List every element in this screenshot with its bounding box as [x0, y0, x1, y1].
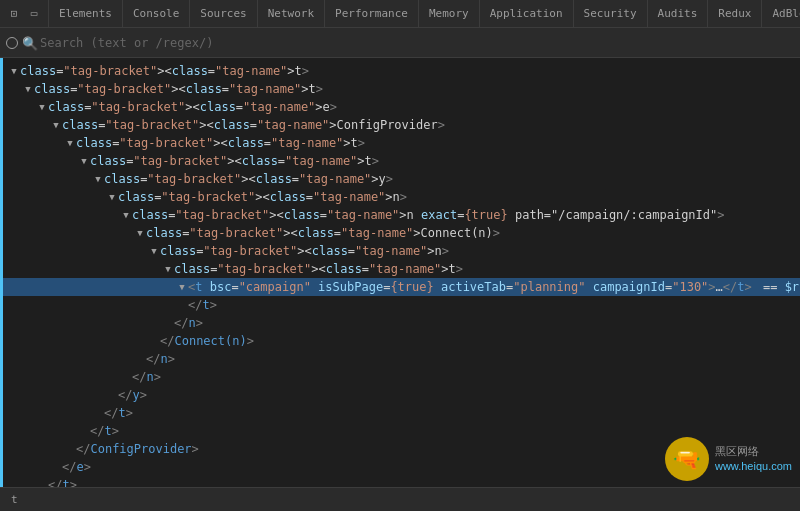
tree-triangle[interactable] — [8, 66, 20, 76]
tree-node-content: </t> — [48, 478, 77, 487]
tab-application[interactable]: Application — [480, 0, 574, 27]
watermark: 🔫 黑区网络 www.heiqu.com — [665, 437, 792, 481]
tab-redux[interactable]: Redux — [708, 0, 762, 27]
tree-container: class="tag-bracket"><class="tag-name">t>… — [0, 62, 800, 487]
tree-node-content: class="tag-bracket"><class="tag-name">Co… — [62, 118, 445, 132]
element-indicator — [6, 37, 18, 49]
tree-triangle[interactable] — [148, 246, 160, 256]
tree-node-content: </n> — [132, 370, 161, 384]
tree-node-content: class="tag-bracket"><class="tag-name">t> — [90, 154, 379, 168]
watermark-logo: 🔫 — [665, 437, 709, 481]
tree-triangle[interactable] — [176, 282, 188, 292]
tree-node-content: class="tag-bracket"><class="tag-name">n> — [160, 244, 449, 258]
watermark-brand: 黑区网络 — [715, 444, 792, 459]
tab-audits[interactable]: Audits — [648, 0, 709, 27]
tree-node-content: </ConfigProvider> — [76, 442, 199, 456]
tab-adblock[interactable]: AdBlock — [762, 0, 800, 27]
search-bar: 🔍 — [0, 28, 800, 58]
tree-node-content: <t bsc="campaign" isSubPage={true} activ… — [188, 280, 799, 294]
tree-row[interactable]: class="tag-bracket"><class="tag-name">n … — [0, 206, 800, 224]
tree-node-content: class="tag-bracket"><class="tag-name">t> — [20, 64, 309, 78]
tree-node-content: class="tag-bracket"><class="tag-name">t> — [34, 82, 323, 96]
tree-triangle[interactable] — [134, 228, 146, 238]
cursor-icon[interactable]: ⊡ — [6, 6, 22, 22]
tree-row[interactable]: <t bsc="campaign" isSubPage={true} activ… — [0, 278, 800, 296]
tree-node-content: </e> — [62, 460, 91, 474]
tree-row[interactable]: class="tag-bracket"><class="tag-name">t> — [0, 152, 800, 170]
tab-network[interactable]: Network — [258, 0, 325, 27]
breadcrumb-container: t t e ConfigProvider t t y n Connect(n) … — [6, 487, 109, 511]
tree-triangle[interactable] — [36, 102, 48, 112]
tree-row[interactable]: </t> — [0, 296, 800, 314]
tab-performance[interactable]: Performance — [325, 0, 419, 27]
tab-memory[interactable]: Memory — [419, 0, 480, 27]
tree-row[interactable]: class="tag-bracket"><class="tag-name">n> — [0, 188, 800, 206]
tree-row[interactable]: </t> — [0, 404, 800, 422]
breadcrumb-bar: t t e ConfigProvider t t y n Connect(n) … — [0, 487, 800, 511]
watermark-url: www.heiqu.com — [715, 459, 792, 474]
tree-node-content: class="tag-bracket"><class="tag-name">Co… — [146, 226, 500, 240]
tree-row[interactable]: </Connect(n)> — [0, 332, 800, 350]
devtools-icons: ⊡ ▭ — [0, 0, 49, 27]
tree-row[interactable]: class="tag-bracket"><class="tag-name">e> — [0, 98, 800, 116]
tree-row[interactable]: class="tag-bracket"><class="tag-name">Co… — [0, 116, 800, 134]
tree-row[interactable]: </y> — [0, 386, 800, 404]
tree-node-content: </t> — [90, 424, 119, 438]
tree-triangle[interactable] — [120, 210, 132, 220]
tree-row[interactable]: class="tag-bracket"><class="tag-name">t> — [0, 80, 800, 98]
tab-elements[interactable]: Elements — [49, 0, 123, 27]
tree-row[interactable]: class="tag-bracket"><class="tag-name">n> — [0, 242, 800, 260]
tree-node-content: class="tag-bracket"><class="tag-name">t> — [76, 136, 365, 150]
tree-row[interactable]: class="tag-bracket"><class="tag-name">y> — [0, 170, 800, 188]
tree-triangle[interactable] — [64, 138, 76, 148]
tree-node-content: </t> — [188, 298, 217, 312]
tab-console[interactable]: Console — [123, 0, 190, 27]
tree-node-content: class="tag-bracket"><class="tag-name">n … — [132, 208, 725, 222]
tree-triangle[interactable] — [92, 174, 104, 184]
breadcrumb-item[interactable]: t — [6, 491, 109, 508]
tree-row[interactable]: </n> — [0, 368, 800, 386]
tree-node-content: class="tag-bracket"><class="tag-name">y> — [104, 172, 393, 186]
component-tree: class="tag-bracket"><class="tag-name">t>… — [0, 58, 800, 487]
tab-security[interactable]: Security — [574, 0, 648, 27]
tree-triangle[interactable] — [106, 192, 118, 202]
tree-node-content: </n> — [174, 316, 203, 330]
tab-bar: ⊡ ▭ ElementsConsoleSourcesNetworkPerform… — [0, 0, 800, 28]
tree-node-content: </n> — [146, 352, 175, 366]
tree-node-content: class="tag-bracket"><class="tag-name">n> — [118, 190, 407, 204]
tree-row[interactable]: class="tag-bracket"><class="tag-name">t> — [0, 134, 800, 152]
tree-node-content: class="tag-bracket"><class="tag-name">e> — [48, 100, 337, 114]
tree-triangle[interactable] — [78, 156, 90, 166]
tree-triangle[interactable] — [50, 120, 62, 130]
tree-row[interactable]: class="tag-bracket"><class="tag-name">t> — [0, 260, 800, 278]
tree-triangle[interactable] — [162, 264, 174, 274]
breadcrumb-separator — [6, 487, 8, 490]
tree-node-content: </t> — [104, 406, 133, 420]
search-input[interactable] — [40, 36, 794, 50]
tree-node-content: class="tag-bracket"><class="tag-name">t> — [174, 262, 463, 276]
watermark-text-block: 黑区网络 www.heiqu.com — [715, 444, 792, 475]
tree-row[interactable]: class="tag-bracket"><class="tag-name">t> — [0, 62, 800, 80]
tree-row[interactable]: </n> — [0, 314, 800, 332]
tree-node-content: </y> — [118, 388, 147, 402]
mobile-icon[interactable]: ▭ — [26, 6, 42, 22]
tree-row[interactable]: </n> — [0, 350, 800, 368]
tree-triangle[interactable] — [22, 84, 34, 94]
tree-row[interactable]: class="tag-bracket"><class="tag-name">Co… — [0, 224, 800, 242]
tree-node-content: </Connect(n)> — [160, 334, 254, 348]
tabs-container: ElementsConsoleSourcesNetworkPerformance… — [49, 0, 800, 27]
tab-sources[interactable]: Sources — [190, 0, 257, 27]
search-magnifier-icon[interactable]: 🔍 — [22, 36, 36, 50]
